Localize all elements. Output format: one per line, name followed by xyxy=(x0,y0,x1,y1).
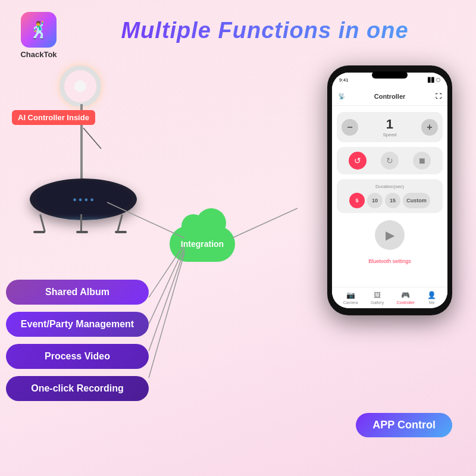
dir-btn-active[interactable]: ↺ xyxy=(349,152,367,170)
leg-2 xyxy=(80,214,82,232)
foot-1 xyxy=(33,231,45,233)
gallery-icon: 🖼 xyxy=(374,291,381,299)
phone-notch xyxy=(372,71,408,79)
phone-area: 9:41 ▊▊ ⬡ 📡 Controller ⛶ − 1 Speed + xyxy=(327,65,458,315)
ai-controller-label: AI Controller Inside xyxy=(12,110,95,125)
speed-plus-btn[interactable]: + xyxy=(421,119,438,136)
direction-row: ↺ ↻ ⏹ xyxy=(337,147,443,174)
phone-screen: 9:41 ▊▊ ⬡ 📡 Controller ⛶ − 1 Speed + xyxy=(332,73,447,308)
main-title: Multiple Functions in one xyxy=(65,12,464,43)
integration-label: Integration xyxy=(181,239,224,249)
ring-light xyxy=(60,65,101,107)
play-button[interactable]: ▶ xyxy=(375,220,405,250)
phone-nav: 📷 Camera 🖼 Gallery 🎮 Controller 👤 Me xyxy=(332,287,447,308)
nav-controller-label: Controller xyxy=(397,300,415,305)
duration-section: Duration(sec) 5 10 15 Custom xyxy=(337,179,443,213)
nav-camera[interactable]: 📷 Camera xyxy=(343,291,358,305)
feature-one-click[interactable]: One-click Recording xyxy=(6,376,149,401)
dir-btn-cw[interactable]: ↻ xyxy=(381,152,399,170)
foot-2 xyxy=(76,231,88,233)
platform-glow xyxy=(42,218,125,220)
speed-display: 1 Speed xyxy=(383,117,396,137)
feature-process-video[interactable]: Process Video xyxy=(6,344,149,369)
feature-shared-album[interactable]: Shared Album xyxy=(6,280,149,305)
dur-custom[interactable]: Custom xyxy=(403,193,430,208)
duration-buttons: 5 10 15 Custom xyxy=(342,193,438,208)
logo-icon: 🕺 xyxy=(21,12,57,48)
expand-icon[interactable]: ⛶ xyxy=(436,93,441,99)
features-area: Shared Album Event/Party Management Proc… xyxy=(6,280,184,408)
phone-header: 📡 Controller ⛶ xyxy=(332,87,447,106)
dir-btn-stop[interactable]: ⏹ xyxy=(413,152,431,170)
nav-gallery[interactable]: 🖼 Gallery xyxy=(371,291,384,305)
header: 🕺 ChackTok Multiple Functions in one xyxy=(0,6,476,65)
nav-me[interactable]: 👤 Me xyxy=(427,291,436,305)
dur-15[interactable]: 15 xyxy=(385,193,400,208)
dur-5[interactable]: 5 xyxy=(349,193,365,208)
speed-label: Speed xyxy=(383,132,396,137)
nav-controller[interactable]: 🎮 Controller xyxy=(397,291,415,305)
status-time: 9:41 xyxy=(339,77,349,83)
wifi-icon[interactable]: 📡 xyxy=(338,93,345,99)
foot-3 xyxy=(115,231,127,233)
ring-light-inner xyxy=(74,80,86,92)
dur-10[interactable]: 10 xyxy=(367,193,383,208)
phone-shell: 9:41 ▊▊ ⬡ 📡 Controller ⛶ − 1 Speed + xyxy=(327,65,452,315)
feature-event-party[interactable]: Event/Party Management xyxy=(6,312,149,337)
play-section: ▶ xyxy=(337,218,443,252)
nav-me-label: Me xyxy=(429,300,435,305)
user-icon: 👤 xyxy=(427,291,436,299)
bluetooth-settings[interactable]: Bluetooth settings xyxy=(337,257,443,265)
controller-icon: 🎮 xyxy=(401,291,410,299)
duration-label: Duration(sec) xyxy=(342,184,438,189)
speed-value: 1 xyxy=(386,117,393,132)
logo-text: ChackTok xyxy=(20,50,57,59)
status-icons: ▊▊ ⬡ xyxy=(428,77,440,83)
integration-cloud: Integration xyxy=(167,220,238,268)
app-control-label: APP Control xyxy=(356,413,452,437)
camera-icon: 📷 xyxy=(346,291,355,299)
nav-camera-label: Camera xyxy=(343,300,358,305)
speed-control: − 1 Speed + xyxy=(337,112,443,142)
nav-gallery-label: Gallery xyxy=(371,300,384,305)
logo-area: 🕺 ChackTok xyxy=(12,12,65,59)
phone-header-title: Controller xyxy=(374,93,406,100)
phone-content: − 1 Speed + ↺ ↻ ⏹ Duration(sec) xyxy=(332,106,447,287)
speed-minus-btn[interactable]: − xyxy=(342,119,358,136)
cloud-shape: Integration xyxy=(170,226,235,262)
